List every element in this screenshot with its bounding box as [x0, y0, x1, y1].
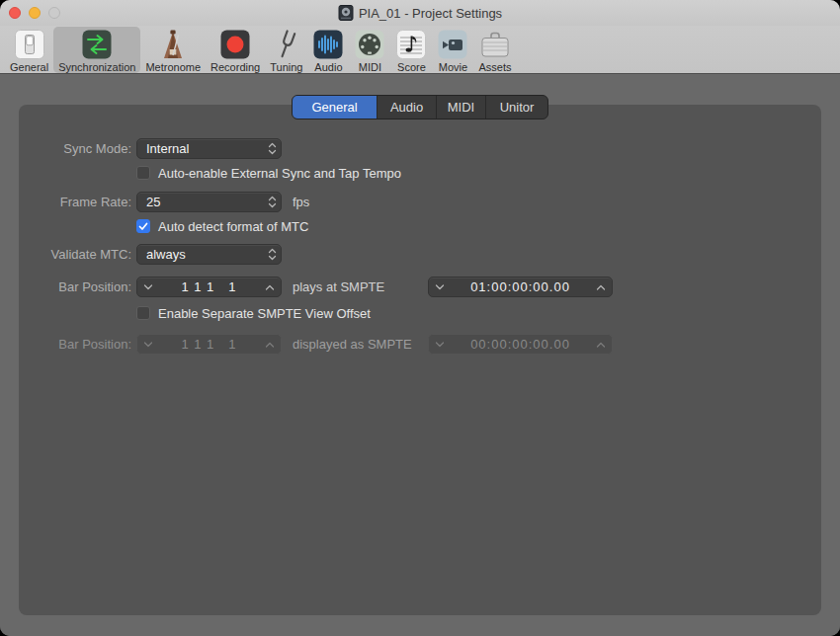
smpte-display-value: 00:00:00:00.00: [445, 337, 596, 352]
tab-midi[interactable]: MIDI: [437, 96, 486, 119]
midi-connector-icon: [354, 29, 385, 60]
frame-rate-select[interactable]: 25: [136, 192, 282, 212]
toolbar-item-label: Recording: [210, 61, 260, 73]
stepper-up-icon[interactable]: [265, 284, 275, 290]
separate-smpte-offset-label: Enable Separate SMPTE View Offset: [158, 306, 371, 321]
audio-waveform-icon: [312, 29, 344, 60]
tick-value: 1: [228, 337, 236, 352]
movie-camera-icon: [437, 29, 468, 60]
toolbar-item-audio[interactable]: Audio: [307, 27, 349, 73]
validate-mtc-select[interactable]: always: [136, 244, 282, 265]
project-document-icon: [338, 5, 354, 21]
toolbar-item-recording[interactable]: Recording: [206, 27, 265, 73]
sync-mode-select[interactable]: Internal: [136, 138, 282, 159]
recording-icon: [219, 29, 251, 60]
bar-position-display-value: 1 1 1 1: [153, 337, 265, 352]
general-icon: [14, 29, 45, 60]
bar-position-label: Bar Position:: [19, 334, 131, 355]
toolbar-item-midi[interactable]: MIDI: [349, 27, 390, 73]
bar-beats-value: 1 1 1: [181, 337, 214, 352]
bar-position-label: Bar Position:: [19, 277, 131, 297]
updown-chevrons-icon: [263, 142, 281, 155]
toolbar-item-label: Score: [397, 61, 426, 73]
stepper-up-icon: [265, 342, 275, 348]
displayed-as-smpte-label: displayed as SMPTE: [293, 334, 412, 355]
content-area: General Audio MIDI Unitor Sync Mode: Int…: [0, 75, 840, 636]
toolbar-item-label: Synchronization: [58, 61, 135, 73]
zoom-button-disabled: [48, 7, 60, 19]
toolbar-item-synchronization[interactable]: Synchronization: [53, 27, 140, 73]
auto-enable-external-checkbox[interactable]: [136, 166, 150, 180]
sync-mode-row: Sync Mode: Internal: [19, 138, 821, 160]
separate-smpte-offset-row: Enable Separate SMPTE View Offset: [136, 305, 371, 321]
window-title: PIA_01 - Project Settings: [359, 6, 502, 21]
checkmark-icon: [138, 222, 148, 231]
toolbar-item-label: General: [10, 61, 48, 73]
frame-rate-unit: fps: [293, 192, 309, 212]
frame-rate-row: Frame Rate: 25 fps: [19, 192, 821, 213]
toolbar-item-score[interactable]: Score: [390, 27, 432, 73]
validate-mtc-row: Validate MTC: always: [19, 244, 821, 266]
auto-enable-external-row: Auto-enable External Sync and Tap Tempo: [136, 165, 401, 181]
frame-rate-label: Frame Rate:: [19, 192, 131, 212]
smpte-value: 01:00:00:00.00: [445, 279, 596, 294]
plays-at-smpte-label: plays at SMPTE: [293, 277, 384, 297]
toolbar-item-assets[interactable]: Assets: [473, 27, 516, 73]
assets-briefcase-icon: [479, 29, 511, 60]
tick-value: 1: [228, 279, 236, 294]
validate-mtc-value: always: [137, 247, 263, 262]
auto-detect-mtc-label: Auto detect format of MTC: [158, 219, 308, 234]
traffic-lights: [9, 7, 60, 19]
sub-tab-bar: General Audio MIDI Unitor: [292, 95, 548, 119]
synchronization-icon: [81, 29, 113, 60]
stepper-down-icon[interactable]: [435, 284, 445, 290]
validate-mtc-label: Validate MTC:: [19, 244, 131, 265]
tab-general[interactable]: General: [293, 96, 378, 119]
stepper-up-icon: [596, 342, 606, 348]
close-button[interactable]: [9, 7, 21, 19]
auto-detect-mtc-row: Auto detect format of MTC: [136, 218, 308, 234]
stepper-up-icon[interactable]: [596, 284, 606, 290]
metronome-icon: [157, 29, 189, 60]
settings-panel: Sync Mode: Internal: [19, 105, 821, 615]
toolbar-item-label: Audio: [314, 61, 342, 73]
bar-position-display-row: Bar Position: 1 1 1 1 displayed as SMPTE: [19, 334, 821, 356]
tuning-fork-icon: [271, 29, 302, 60]
sync-mode-value: Internal: [137, 141, 263, 156]
updown-chevrons-icon: [263, 248, 281, 261]
smpte-position-stepper[interactable]: 01:00:00:00.00: [428, 277, 613, 297]
title-area: PIA_01 - Project Settings: [0, 0, 840, 26]
bar-position-value: 1 1 1 1: [153, 279, 265, 294]
project-settings-window: PIA_01 - Project Settings General: [0, 0, 840, 636]
stepper-down-icon: [435, 342, 445, 348]
sync-mode-label: Sync Mode:: [19, 138, 131, 159]
tab-unitor[interactable]: Unitor: [486, 96, 547, 119]
toolbar-item-label: Movie: [439, 61, 467, 73]
settings-toolbar: General Synchronization: [0, 26, 840, 74]
minimize-button[interactable]: [29, 7, 41, 19]
stepper-down-icon: [143, 342, 153, 348]
frame-rate-value: 25: [137, 195, 263, 209]
toolbar-item-metronome[interactable]: Metronome: [140, 27, 206, 73]
toolbar-item-tuning[interactable]: Tuning: [265, 27, 307, 73]
bar-position-stepper[interactable]: 1 1 1 1: [136, 277, 282, 297]
bar-position-play-row: Bar Position: 1 1 1 1 plays at SMPTE: [19, 277, 821, 298]
toolbar-item-label: Assets: [478, 61, 511, 73]
tab-audio[interactable]: Audio: [378, 96, 437, 119]
auto-enable-external-label: Auto-enable External Sync and Tap Tempo: [158, 166, 401, 181]
updown-chevrons-icon: [263, 196, 281, 208]
toolbar-item-label: MIDI: [359, 61, 381, 73]
stepper-down-icon[interactable]: [143, 284, 153, 290]
bar-position-display-stepper: 1 1 1 1: [136, 334, 282, 355]
bar-beats-value: 1 1 1: [181, 279, 214, 294]
titlebar[interactable]: PIA_01 - Project Settings: [0, 0, 840, 26]
toolbar-item-label: Tuning: [270, 61, 302, 73]
toolbar-item-movie[interactable]: Movie: [432, 27, 473, 73]
smpte-display-stepper: 00:00:00:00.00: [428, 334, 613, 355]
toolbar-item-label: Metronome: [145, 61, 201, 73]
score-note-icon: [395, 29, 427, 60]
auto-detect-mtc-checkbox[interactable]: [136, 219, 150, 233]
separate-smpte-offset-checkbox[interactable]: [136, 306, 150, 320]
toolbar-item-general[interactable]: General: [5, 27, 53, 73]
